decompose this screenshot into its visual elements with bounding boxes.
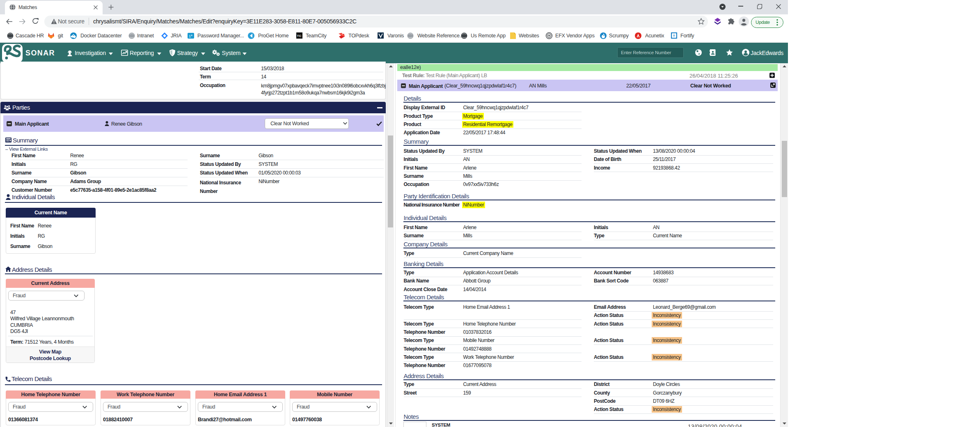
svg-text:TC: TC xyxy=(297,34,302,38)
svg-text:*: * xyxy=(191,34,192,39)
